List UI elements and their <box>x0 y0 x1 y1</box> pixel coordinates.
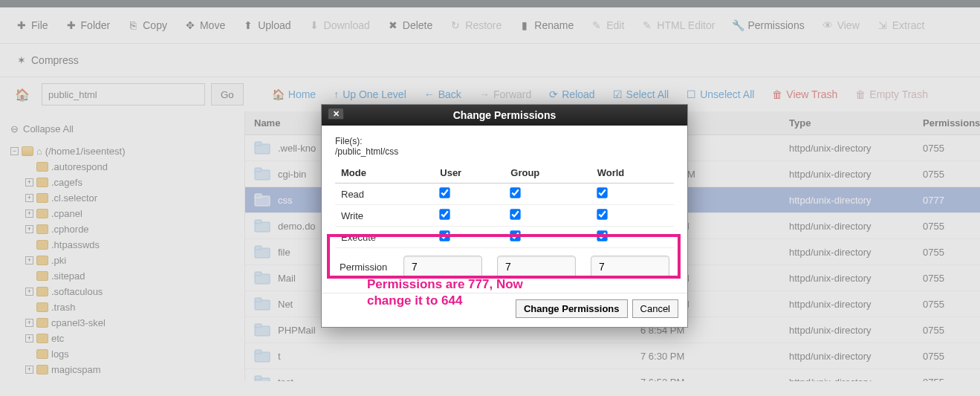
svg-rect-17 <box>255 350 262 354</box>
tree-item[interactable]: .autorespond <box>25 159 234 175</box>
exec-user-checkbox[interactable] <box>440 230 450 241</box>
folder-icon <box>36 240 48 250</box>
svg-rect-7 <box>255 220 262 224</box>
folder-icon <box>36 302 48 312</box>
exec-world-checkbox[interactable] <box>597 230 607 241</box>
tree-root[interactable]: − ⌂ (/home1/iseentest) <box>10 143 234 159</box>
svg-rect-9 <box>255 246 262 250</box>
nav-home[interactable]: 🏠 Home <box>265 84 323 105</box>
folder-icon <box>22 146 33 156</box>
tree-item[interactable]: +.cpanel <box>25 206 234 221</box>
nav-back[interactable]: ← Back <box>417 84 469 105</box>
nav-view-trash[interactable]: 🗑 View Trash <box>765 84 845 105</box>
home-icon[interactable]: 🏠 <box>9 85 36 105</box>
expand-icon[interactable]: + <box>25 288 33 296</box>
folder-icon <box>36 318 48 328</box>
compress-button[interactable]: ✶Compress <box>9 50 86 71</box>
tree-item[interactable]: .trash <box>25 299 234 315</box>
write-group-checkbox[interactable] <box>510 209 521 219</box>
change-permissions-button[interactable]: Change Permissions <box>516 299 628 318</box>
folder-icon <box>36 162 48 172</box>
write-world-checkbox[interactable] <box>597 209 607 219</box>
tree-item[interactable]: logs <box>25 346 234 362</box>
expand-icon[interactable]: + <box>25 210 33 218</box>
read-world-checkbox[interactable] <box>597 187 607 198</box>
nav-up[interactable]: ↑ Up One Level <box>326 84 414 105</box>
files-path: /public_html/css <box>335 146 674 157</box>
modal-close-button[interactable]: ✕ <box>328 108 344 120</box>
download-button[interactable]: ⬇Download <box>302 15 377 36</box>
expand-icon[interactable]: + <box>25 194 33 202</box>
read-group-checkbox[interactable] <box>510 187 521 198</box>
move-button[interactable]: ✥Move <box>178 15 233 36</box>
tree-item[interactable]: .htpasswds <box>25 237 234 253</box>
folder-icon <box>36 287 48 296</box>
svg-rect-19 <box>255 376 262 380</box>
folder-icon <box>36 209 48 218</box>
nav-reload[interactable]: ⟳ Reload <box>542 84 602 105</box>
folder-icon <box>36 271 48 281</box>
tree-item[interactable]: +.softaculous <box>25 284 234 299</box>
nav-select-all[interactable]: ☑ Select All <box>606 84 677 105</box>
perm-world-input[interactable] <box>591 256 669 278</box>
expand-icon[interactable]: + <box>25 334 33 343</box>
path-input[interactable] <box>42 83 205 106</box>
svg-rect-15 <box>255 324 262 328</box>
tree-item[interactable]: +.cagefs <box>25 175 234 190</box>
svg-rect-11 <box>255 272 262 276</box>
tree-item[interactable]: +.cl.selector <box>25 190 234 206</box>
folder-icon <box>36 256 48 265</box>
expand-icon[interactable]: + <box>25 225 33 233</box>
cancel-button[interactable]: Cancel <box>632 299 678 318</box>
collapse-all[interactable]: ⊖ Collapse All <box>10 119 234 143</box>
write-user-checkbox[interactable] <box>440 209 450 219</box>
folder-icon <box>36 334 48 343</box>
nav-empty-trash[interactable]: 🗑 Empty Trash <box>848 84 935 105</box>
exec-group-checkbox[interactable] <box>510 230 521 241</box>
folder-icon <box>36 178 48 187</box>
go-button[interactable]: Go <box>211 83 244 106</box>
folder-icon <box>36 365 48 374</box>
permissions-button[interactable]: 🔧Permissions <box>725 15 811 36</box>
home-icon: ⌂ <box>36 146 42 157</box>
tree-item[interactable]: +cpanel3-skel <box>25 315 234 331</box>
expand-icon[interactable]: + <box>25 319 33 327</box>
tree-item[interactable]: .sitepad <box>25 268 234 284</box>
delete-button[interactable]: ✖Delete <box>380 15 440 36</box>
svg-rect-1 <box>255 142 262 146</box>
folder-button[interactable]: ✚Folder <box>59 15 118 36</box>
perm-user-input[interactable] <box>403 256 482 278</box>
collapse-icon[interactable]: − <box>10 147 19 155</box>
annotation-text: Permissions are 777, Now change it to 64… <box>367 276 523 309</box>
table-row[interactable]: t7 6:30 PMhttpd/unix-directory0755 <box>245 343 980 369</box>
restore-button[interactable]: ↻Restore <box>443 15 509 36</box>
folder-icon <box>36 349 48 359</box>
modal-title: ✕ Change Permissions <box>322 105 687 126</box>
expand-icon[interactable]: + <box>25 256 33 264</box>
svg-rect-3 <box>255 168 262 172</box>
folder-icon <box>36 193 48 203</box>
file-button[interactable]: ✚File <box>9 15 56 36</box>
tree-item[interactable]: +etc <box>25 331 234 346</box>
nav-unselect-all[interactable]: ☐ Unselect All <box>679 84 762 105</box>
extract-button[interactable]: ⇲Extract <box>870 15 932 36</box>
upload-button[interactable]: ⬆Upload <box>236 15 298 36</box>
folder-icon <box>36 224 48 234</box>
perm-group-input[interactable] <box>497 256 576 278</box>
html-editor-button[interactable]: ✎HTML Editor <box>635 15 722 36</box>
tree-item[interactable]: +.cphorde <box>25 221 234 237</box>
edit-button[interactable]: ✎Edit <box>584 15 632 36</box>
svg-rect-13 <box>255 298 262 302</box>
read-user-checkbox[interactable] <box>440 187 450 198</box>
copy-button[interactable]: ⎘Copy <box>120 15 175 36</box>
expand-icon[interactable]: + <box>25 366 33 374</box>
view-button[interactable]: 👁View <box>815 15 867 36</box>
tree-item[interactable]: +magicspam <box>25 362 234 377</box>
expand-icon[interactable]: + <box>25 178 33 186</box>
table-row[interactable]: test7 6:52 PMhttpd/unix-directory0755 <box>245 369 980 381</box>
files-label: File(s): <box>335 136 674 146</box>
nav-forward[interactable]: → Forward <box>472 84 539 105</box>
svg-rect-5 <box>255 194 262 198</box>
rename-button[interactable]: ▮Rename <box>512 15 581 36</box>
tree-item[interactable]: +.pki <box>25 253 234 268</box>
